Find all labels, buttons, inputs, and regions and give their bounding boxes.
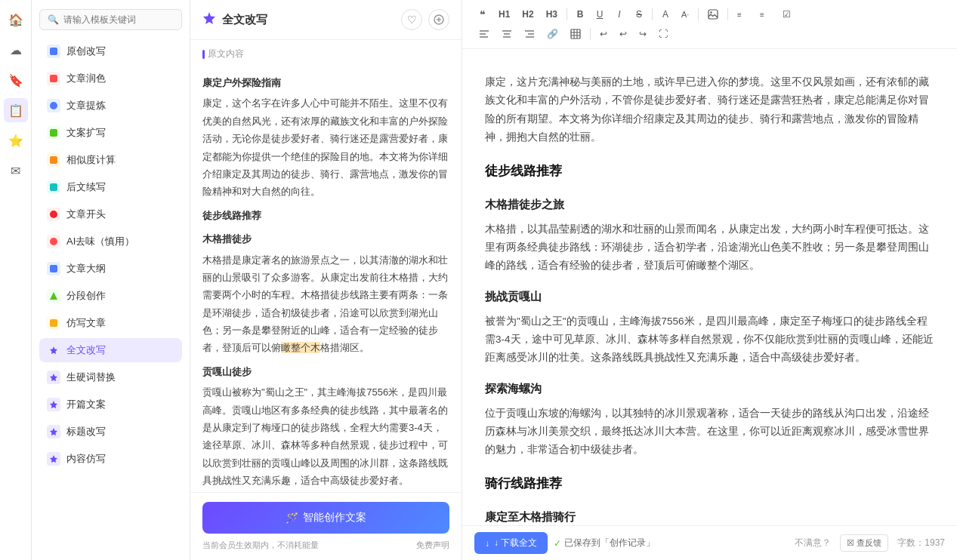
toolbar-redo-btn[interactable]: ↪ xyxy=(634,26,651,42)
sidebar-item-houwen-label: 后文续写 xyxy=(66,180,106,194)
create-button[interactable]: 🪄 智能创作文案 xyxy=(202,502,449,534)
svg-marker-11 xyxy=(50,346,57,354)
download-icon: ↓ xyxy=(485,538,489,549)
menu-sidebar: 🔍 原创改写 文章润色 文章提炼 文案扩写 相似度计算 xyxy=(32,0,190,560)
download-btn-label: ↓ 下载全文 xyxy=(494,537,537,549)
toolbar-image-btn[interactable] xyxy=(703,6,723,23)
feedback-button[interactable]: ☒ 查反馈 xyxy=(840,534,888,552)
sidebar-item-tiqu-label: 文章提炼 xyxy=(66,99,106,112)
sidebar-item-runse-label: 文章润色 xyxy=(66,72,106,85)
svg-rect-20 xyxy=(708,10,718,19)
sidebar-item-shengying[interactable]: 生硬词替换 xyxy=(39,365,182,389)
panel-header: 全文改写 ♡ xyxy=(190,0,462,40)
check-icon: ✓ xyxy=(554,538,561,549)
create-icon: 🪄 xyxy=(286,512,298,524)
sidebar-item-quanwen-label: 全文改写 xyxy=(66,343,106,357)
bookmark-icon-btn[interactable]: 🔖 xyxy=(4,68,28,92)
editor-h3-3: 探索海螺沟 xyxy=(485,378,934,398)
sidebar-item-neirong[interactable]: 内容仿写 xyxy=(39,447,182,471)
sidebar-item-dagang[interactable]: 文章大纲 xyxy=(39,257,182,281)
neirong-icon xyxy=(47,452,60,466)
original-label: 原文内容 xyxy=(190,40,462,68)
panel-title-text: 全文改写 xyxy=(222,13,267,27)
mail-icon-btn[interactable]: ✉ xyxy=(4,158,28,183)
original-label-text: 原文内容 xyxy=(208,48,244,60)
sidebar-item-biaoti[interactable]: 标题改写 xyxy=(39,420,182,444)
toolbar-bold-btn[interactable]: B xyxy=(572,6,588,23)
word-count: 字数：1937 xyxy=(897,537,945,549)
home-icon-btn[interactable]: 🏠 xyxy=(4,8,28,32)
like-button[interactable]: ♡ xyxy=(401,9,422,30)
sidebar-item-ai-quwei[interactable]: AI去味（慎用） xyxy=(39,229,182,254)
biaoti-icon xyxy=(47,425,60,438)
toolbar-highlight-btn[interactable]: A· xyxy=(677,6,693,23)
sidebar-item-aiquwei-label: AI去味（慎用） xyxy=(66,235,134,248)
panel-title: 全文改写 xyxy=(202,11,267,28)
toolbar-table-btn[interactable] xyxy=(566,26,585,42)
toolbar-align-center-btn[interactable] xyxy=(497,26,517,42)
sidebar-item-kaitou-label: 文章开头 xyxy=(66,208,106,221)
toolbar-strike-btn[interactable]: S xyxy=(631,6,647,23)
toolbar-undo2-btn[interactable]: ↩ xyxy=(595,26,612,42)
more-button[interactable] xyxy=(428,9,449,30)
star-icon-btn[interactable]: ⭐ xyxy=(4,128,28,152)
toolbar-italic-btn[interactable]: I xyxy=(611,6,628,23)
svg-rect-8 xyxy=(50,265,57,272)
sidebar-item-fanxie[interactable]: 仿写文章 xyxy=(39,311,182,335)
sidebar-item-yuanchuang-label: 原创改写 xyxy=(66,45,106,58)
sidebar-item-runse[interactable]: 文章润色 xyxy=(39,66,182,91)
toolbar-h2-btn[interactable]: H2 xyxy=(517,6,538,23)
toolbar-check-btn[interactable]: ☑ xyxy=(778,6,795,23)
search-box[interactable]: 🔍 xyxy=(39,9,182,30)
toolbar-align-left-btn[interactable] xyxy=(474,26,494,42)
sidebar-item-tiqu[interactable]: 文章提炼 xyxy=(39,94,182,118)
sidebar-item-houwen[interactable]: 后文续写 xyxy=(39,175,182,199)
toolbar-list-ul-btn[interactable]: ≡ xyxy=(755,6,775,23)
sidebar-item-fenduan[interactable]: 分段创作 xyxy=(39,284,182,308)
svg-marker-15 xyxy=(50,455,57,463)
sidebar-item-xiangsi[interactable]: 相似度计算 xyxy=(39,148,182,172)
toolbar-h1-btn[interactable]: H1 xyxy=(494,6,514,23)
toolbar-align-right-btn[interactable] xyxy=(520,26,539,42)
toolbar-fullscreen-btn[interactable]: ⛶ xyxy=(654,26,672,42)
toolbar-sep-2 xyxy=(652,8,653,20)
toolbar-row-1: ❝ H1 H2 H3 B U I S A A· ≡ xyxy=(474,6,945,23)
sidebar-item-kuozhan-label: 文案扩写 xyxy=(66,126,106,140)
download-button[interactable]: ↓ ↓ 下载全文 xyxy=(474,532,548,554)
xiangsi-icon xyxy=(47,153,60,167)
toolbar-font-color-btn[interactable]: A xyxy=(657,6,674,23)
sidebar-item-kaitou[interactable]: 文章开头 xyxy=(39,202,182,226)
kaitou-icon xyxy=(47,208,60,221)
toolbar-list-ol-btn[interactable]: ≡ xyxy=(733,6,752,23)
editor-footer-left: ↓ ↓ 下载全文 ✓ 已保存到「创作记录」 xyxy=(474,532,655,554)
editor-content[interactable]: 康定，这片充满神秘与美丽的土地，或许早已进入你的梦境。这里不仅风景如画，还有浓郁… xyxy=(462,49,957,525)
original-p3: 木格措徒步 xyxy=(202,230,449,248)
svg-rect-5 xyxy=(50,183,57,191)
toolbar-undo-btn[interactable]: ↩ xyxy=(615,26,631,42)
search-input[interactable] xyxy=(63,14,174,25)
sidebar-item-fanxie-label: 仿写文章 xyxy=(66,316,106,330)
saved-info: ✓ 已保存到「创作记录」 xyxy=(554,537,655,549)
word-count-value: 1937 xyxy=(925,537,945,548)
sidebar-item-kuozhan[interactable]: 文案扩写 xyxy=(39,121,182,145)
search-icon: 🔍 xyxy=(48,14,59,25)
editor-p1: 木格措，以其晶莹剔透的湖水和壮丽的山景而闻名，从康定出发，大约两小时车程便可抵达… xyxy=(485,220,934,275)
svg-text:≡: ≡ xyxy=(737,11,742,19)
fanxie-icon xyxy=(47,316,60,330)
svg-rect-3 xyxy=(50,129,57,137)
list-icon-btn[interactable]: 📋 xyxy=(4,98,28,122)
toolbar-link-btn[interactable]: 🔗 xyxy=(542,26,563,42)
toolbar-h3-btn[interactable]: H3 xyxy=(542,6,562,23)
sidebar-item-yuanchuang[interactable]: 原创改写 xyxy=(39,39,182,63)
fenduan-icon xyxy=(47,289,60,303)
sidebar-item-kaipiananwen[interactable]: 开篇文案 xyxy=(39,392,182,417)
panel-footer: 🪄 智能创作文案 当前会员生效期内，不消耗能量 免费声明 xyxy=(190,492,462,560)
sidebar-item-fenduan-label: 分段创作 xyxy=(66,289,106,303)
sidebar-item-quanwen[interactable]: 全文改写 xyxy=(39,338,182,362)
create-btn-label: 智能创作文案 xyxy=(303,511,366,525)
toolbar-underline-btn[interactable]: U xyxy=(591,6,608,23)
cloud-icon-btn[interactable]: ☁ xyxy=(4,38,28,62)
shengying-icon xyxy=(47,371,60,384)
toolbar-quote-btn[interactable]: ❝ xyxy=(474,6,491,23)
icon-sidebar: 🏠 ☁ 🔖 📋 ⭐ ✉ xyxy=(0,0,32,560)
